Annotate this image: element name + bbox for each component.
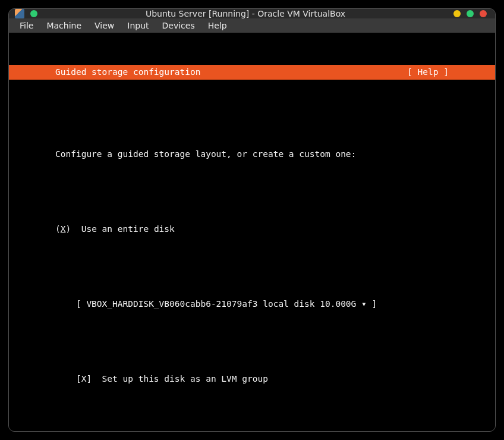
vm-window: Ubuntu Server [Running] - Oracle VM Virt… (8, 8, 496, 432)
help-button[interactable]: [ Help ] (407, 66, 449, 78)
window-title: Ubuntu Server [Running] - Oracle VM Virt… (37, 9, 453, 18)
menubar: File Machine View Input Devices Help (9, 18, 495, 33)
minimize-button[interactable] (453, 10, 461, 17)
menu-machine[interactable]: Machine (40, 18, 87, 33)
status-dot-icon (30, 10, 37, 17)
radio-use-entire-disk[interactable]: (X) Use an entire disk (55, 223, 495, 235)
app-icon (15, 9, 24, 18)
checkbox-lvm[interactable]: [X] Set up this disk as an LVM group (76, 374, 268, 384)
close-button[interactable] (480, 10, 487, 17)
guest-screen[interactable]: Guided storage configuration [ Help ] Co… (9, 33, 495, 432)
menu-file[interactable]: File (14, 18, 39, 33)
maximize-button[interactable] (467, 10, 474, 17)
installer-title: Guided storage configuration (55, 66, 407, 78)
intro-text: Configure a guided storage layout, or cr… (55, 148, 495, 161)
menu-help[interactable]: Help (202, 18, 233, 33)
titlebar: Ubuntu Server [Running] - Oracle VM Virt… (9, 9, 495, 18)
disk-select[interactable]: [ VBOX_HARDDISK_VB060cabb6-21079af3 loca… (76, 299, 377, 309)
menu-input[interactable]: Input (121, 18, 155, 33)
menu-view[interactable]: View (89, 18, 120, 33)
window-controls (453, 10, 487, 17)
installer-body: Configure a guided storage layout, or cr… (9, 117, 495, 432)
installer-header: Guided storage configuration [ Help ] (9, 65, 495, 80)
menu-devices[interactable]: Devices (156, 18, 201, 33)
